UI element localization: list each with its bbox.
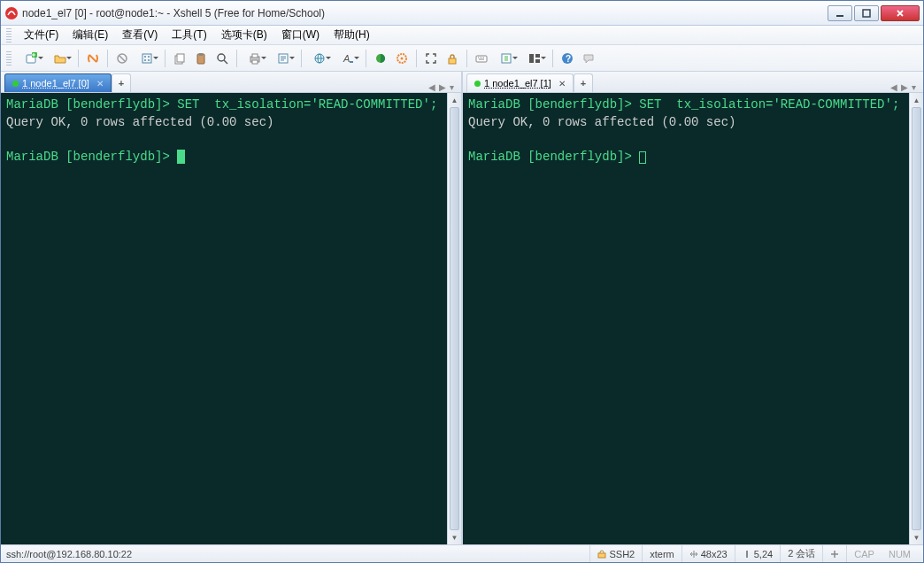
globe-button[interactable] — [306, 49, 333, 68]
tab-close-icon[interactable]: ✕ — [558, 79, 566, 89]
layout-button[interactable] — [521, 49, 548, 68]
svg-point-25 — [401, 57, 404, 59]
menubar-grip[interactable] — [6, 28, 12, 42]
reconnect-button[interactable] — [83, 49, 103, 68]
toolbar-separator — [552, 50, 553, 67]
menu-tabs[interactable]: 选项卡(B) — [214, 26, 274, 44]
window-title: node1_el7 [0] - root@node1:~ - Xshell 5 … — [22, 7, 828, 19]
tab-nav: ◀ ▶ ▾ — [428, 82, 458, 92]
scroll-up-icon[interactable]: ▲ — [448, 93, 461, 107]
terminal-left[interactable]: MariaDB [benderflydb]> SET tx_isolation=… — [1, 93, 447, 544]
connected-dot-icon — [474, 81, 481, 87]
terminal-wrap-left: MariaDB [benderflydb]> SET tx_isolation=… — [1, 93, 461, 544]
tab-next-icon[interactable]: ▶ — [439, 82, 446, 92]
scroll-track[interactable] — [448, 107, 461, 530]
feedback-button[interactable] — [579, 49, 598, 68]
svg-rect-29 — [529, 54, 534, 63]
tab-close-icon[interactable]: ✕ — [96, 79, 104, 89]
terminal-wrap-right: MariaDB [benderflydb]> SET tx_isolation=… — [463, 93, 923, 544]
print-button[interactable] — [242, 49, 268, 68]
scrollbar-left[interactable]: ▲ ▼ — [447, 93, 461, 544]
keyboard-button[interactable] — [472, 49, 491, 68]
toolbar-grip[interactable] — [6, 51, 12, 66]
close-button[interactable] — [881, 5, 920, 21]
tab-add-button[interactable]: + — [574, 73, 593, 92]
help-button[interactable]: ? — [558, 49, 577, 68]
menubar: 文件(F) 编辑(E) 查看(V) 工具(T) 选项卡(B) 窗口(W) 帮助(… — [1, 26, 923, 45]
scroll-thumb[interactable] — [450, 107, 459, 530]
tab-add-button[interactable]: + — [112, 73, 131, 92]
disconnect-button[interactable] — [112, 49, 132, 68]
fullscreen-button[interactable] — [421, 49, 441, 68]
toolbar-separator — [236, 50, 237, 67]
session-button[interactable] — [493, 49, 520, 68]
menu-help[interactable]: 帮助(H) — [327, 26, 377, 44]
color-scheme-button[interactable] — [371, 49, 390, 68]
minimize-button[interactable] — [828, 5, 852, 21]
toolbar-separator — [78, 50, 79, 67]
svg-rect-26 — [449, 58, 456, 64]
tab-label: 1 node1_el7 [0] — [22, 78, 89, 89]
tab-label: 1 node1_el7 [1] — [484, 78, 551, 89]
status-term: xterm — [642, 545, 681, 562]
svg-point-8 — [148, 56, 150, 58]
new-session-button[interactable] — [19, 49, 45, 68]
paste-button[interactable] — [191, 49, 211, 68]
find-button[interactable] — [212, 49, 232, 68]
properties-button[interactable] — [270, 49, 296, 68]
copy-button[interactable] — [170, 49, 189, 68]
highlight-button[interactable] — [392, 49, 412, 68]
maximize-button[interactable] — [854, 5, 879, 21]
menu-file[interactable]: 文件(F) — [17, 26, 65, 44]
window-controls — [828, 5, 920, 21]
tab-list-icon[interactable]: ▾ — [912, 82, 916, 92]
menu-view[interactable]: 查看(V) — [115, 26, 165, 44]
profile-button[interactable] — [134, 49, 160, 68]
open-button[interactable] — [47, 49, 73, 68]
toolbar-separator — [416, 50, 417, 67]
scroll-up-icon[interactable]: ▲ — [910, 93, 923, 107]
pane-left: 1 node1_el7 [0] ✕ + ◀ ▶ ▾ MariaDB [bende… — [1, 72, 461, 544]
lock-button[interactable] — [443, 49, 462, 68]
status-protocol: SSH2 — [589, 545, 642, 562]
split-view: 1 node1_el7 [0] ✕ + ◀ ▶ ▾ MariaDB [bende… — [1, 72, 923, 544]
scroll-thumb[interactable] — [912, 107, 921, 530]
toolbar-separator — [366, 50, 366, 67]
svg-rect-28 — [502, 54, 511, 63]
status-connection: ssh://root@192.168.80.10:22 — [6, 549, 132, 559]
svg-rect-1 — [836, 15, 843, 17]
toolbar-separator — [107, 50, 108, 67]
menu-tools[interactable]: 工具(T) — [165, 26, 213, 44]
tab-next-icon[interactable]: ▶ — [901, 82, 908, 92]
svg-rect-12 — [177, 54, 184, 62]
statusbar: ssh://root@192.168.80.10:22 SSH2 xterm 4… — [1, 544, 923, 562]
tab-node1-1[interactable]: 1 node1_el7 [1] ✕ — [466, 73, 574, 92]
status-num: NUM — [882, 545, 918, 562]
font-button[interactable]: A — [335, 49, 361, 68]
scroll-down-icon[interactable]: ▼ — [910, 530, 923, 544]
svg-point-10 — [148, 59, 150, 61]
menu-window[interactable]: 窗口(W) — [274, 26, 327, 44]
scroll-down-icon[interactable]: ▼ — [448, 530, 461, 544]
app-icon — [4, 6, 19, 20]
scrollbar-right[interactable]: ▲ ▼ — [909, 93, 923, 544]
scroll-track[interactable] — [910, 107, 923, 530]
status-cap: CAP — [846, 545, 882, 562]
tab-node1-0[interactable]: 1 node1_el7 [0] ✕ — [4, 73, 112, 92]
status-plus[interactable] — [822, 545, 846, 562]
svg-rect-35 — [746, 551, 748, 558]
tab-prev-icon[interactable]: ◀ — [428, 82, 435, 92]
terminal-right[interactable]: MariaDB [benderflydb]> SET tx_isolation=… — [463, 93, 909, 544]
tabbar-right: 1 node1_el7 [1] ✕ + ◀ ▶ ▾ — [463, 72, 923, 93]
menu-edit[interactable]: 编辑(E) — [65, 26, 115, 44]
svg-rect-17 — [252, 54, 258, 58]
svg-rect-2 — [863, 10, 870, 17]
tab-list-icon[interactable]: ▾ — [450, 82, 454, 92]
cursor-hollow-icon — [639, 151, 646, 164]
tab-prev-icon[interactable]: ◀ — [890, 82, 897, 92]
lock-icon — [597, 550, 606, 559]
svg-text:A: A — [343, 53, 350, 64]
toolbar-separator — [301, 50, 302, 67]
cursor-block-icon — [177, 150, 184, 164]
svg-rect-18 — [252, 60, 258, 64]
